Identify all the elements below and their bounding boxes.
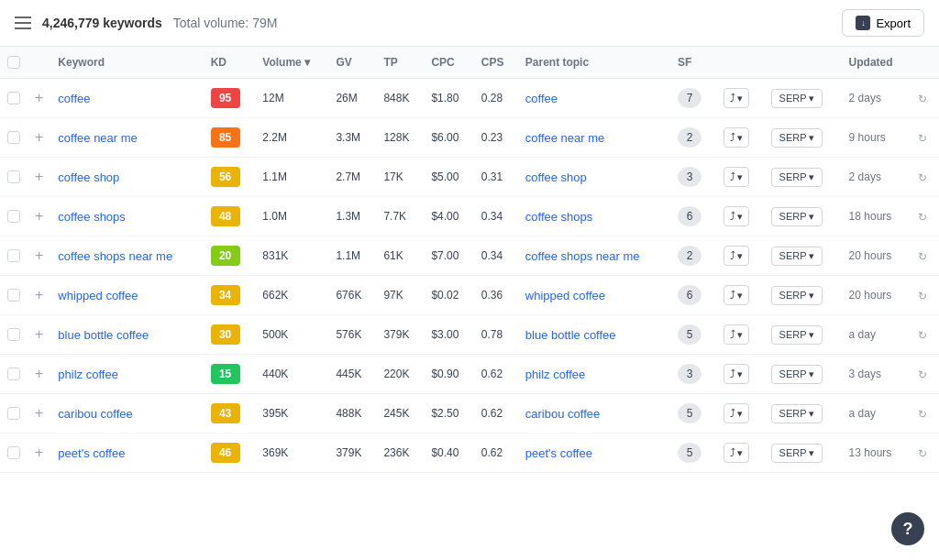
cpc-cell: $6.00 bbox=[424, 118, 473, 158]
updated-header[interactable]: Updated bbox=[842, 47, 911, 79]
trend-button[interactable]: ⤴ ▾ bbox=[724, 167, 749, 187]
table-row: + coffee 95 12M 26M 848K $1.80 0.28 coff… bbox=[0, 79, 939, 118]
trend-button[interactable]: ⤴ ▾ bbox=[724, 285, 749, 305]
serp-button[interactable]: SERP ▾ bbox=[771, 325, 823, 345]
refresh-icon[interactable]: ↻ bbox=[918, 132, 927, 145]
trend-dropdown-icon: ▾ bbox=[737, 408, 743, 420]
sf-header[interactable]: SF bbox=[670, 47, 716, 79]
row-checkbox[interactable] bbox=[0, 315, 28, 355]
add-keyword-btn[interactable]: + bbox=[28, 79, 50, 118]
row-checkbox[interactable] bbox=[0, 79, 28, 118]
refresh-icon[interactable]: ↻ bbox=[918, 447, 927, 460]
serp-button[interactable]: SERP ▾ bbox=[771, 207, 823, 226]
cpc-header[interactable]: CPC bbox=[424, 47, 473, 79]
refresh-icon[interactable]: ↻ bbox=[918, 93, 927, 105]
serp-button[interactable]: SERP ▾ bbox=[771, 168, 823, 187]
serp-button[interactable]: SERP ▾ bbox=[771, 286, 823, 305]
select-all-header[interactable] bbox=[0, 47, 28, 79]
parent-topic-link[interactable]: coffee shop bbox=[525, 170, 587, 184]
keyword-link[interactable]: caribou coffee bbox=[58, 407, 132, 421]
keyword-link[interactable]: coffee near me bbox=[58, 131, 137, 145]
row-checkbox[interactable] bbox=[0, 158, 28, 197]
refresh-icon[interactable]: ↻ bbox=[918, 171, 927, 184]
parent-topic-link[interactable]: philz coffee bbox=[525, 368, 586, 381]
row-checkbox[interactable] bbox=[0, 434, 28, 473]
serp-button[interactable]: SERP ▾ bbox=[771, 444, 823, 463]
add-keyword-btn[interactable]: + bbox=[28, 315, 50, 355]
volume-cell: 662K bbox=[255, 276, 328, 315]
sf-badge: 5 bbox=[678, 443, 701, 463]
volume-header[interactable]: Volume ▾ bbox=[255, 47, 328, 79]
add-keyword-btn[interactable]: + bbox=[28, 118, 50, 158]
keyword-link[interactable]: whipped coffee bbox=[58, 289, 138, 302]
add-keyword-btn[interactable]: + bbox=[28, 236, 50, 276]
parent-topic-link[interactable]: peet's coffee bbox=[525, 446, 592, 460]
refresh-icon[interactable]: ↻ bbox=[918, 250, 927, 263]
keyword-link[interactable]: coffee shops bbox=[58, 210, 125, 224]
row-checkbox[interactable] bbox=[0, 197, 28, 236]
trend-button[interactable]: ⤴ ▾ bbox=[724, 324, 749, 345]
serp-button[interactable]: SERP ▾ bbox=[771, 404, 823, 423]
row-checkbox[interactable] bbox=[0, 236, 28, 276]
serp-button[interactable]: SERP ▾ bbox=[771, 247, 823, 266]
trend-dropdown-icon: ▾ bbox=[737, 250, 743, 262]
tp-header[interactable]: TP bbox=[376, 47, 424, 79]
add-keyword-btn[interactable]: + bbox=[28, 434, 50, 473]
export-button[interactable]: ↓ Export bbox=[842, 9, 924, 37]
kd-header[interactable]: KD bbox=[204, 47, 256, 79]
row-checkbox[interactable] bbox=[0, 276, 28, 315]
add-keyword-btn[interactable]: + bbox=[28, 197, 50, 236]
trend-button[interactable]: ⤴ ▾ bbox=[724, 127, 749, 148]
refresh-icon[interactable]: ↻ bbox=[918, 408, 927, 421]
sf-cell: 2 bbox=[670, 236, 716, 276]
serp-label: SERP bbox=[779, 368, 807, 379]
trend-button[interactable]: ⤴ ▾ bbox=[724, 443, 749, 463]
parent-topic-link[interactable]: blue bottle coffee bbox=[525, 328, 616, 342]
parent-topic-link[interactable]: coffee shops near me bbox=[525, 249, 640, 263]
refresh-icon[interactable]: ↻ bbox=[918, 290, 927, 302]
refresh-icon[interactable]: ↻ bbox=[918, 211, 927, 224]
keyword-link[interactable]: coffee shop bbox=[58, 170, 119, 184]
row-checkbox[interactable] bbox=[0, 118, 28, 158]
keyword-header[interactable]: Keyword bbox=[50, 47, 203, 79]
trend-button[interactable]: ⤴ ▾ bbox=[724, 403, 749, 423]
hamburger-menu[interactable] bbox=[15, 16, 31, 29]
trend-button[interactable]: ⤴ ▾ bbox=[724, 246, 749, 266]
add-keyword-btn[interactable]: + bbox=[28, 276, 50, 315]
gv-cell: 3.3M bbox=[328, 118, 376, 158]
keyword-link[interactable]: philz coffee bbox=[58, 368, 118, 381]
cps-header[interactable]: CPS bbox=[474, 47, 518, 79]
serp-button[interactable]: SERP ▾ bbox=[771, 89, 823, 108]
trend-button[interactable]: ⤴ ▾ bbox=[724, 364, 749, 384]
parent-topic-link[interactable]: coffee bbox=[525, 92, 558, 105]
add-keyword-btn[interactable]: + bbox=[28, 355, 50, 394]
parent-topic-link[interactable]: coffee near me bbox=[525, 131, 604, 145]
row-checkbox[interactable] bbox=[0, 355, 28, 394]
serp-dropdown-icon: ▾ bbox=[809, 211, 814, 223]
serp-button[interactable]: SERP ▾ bbox=[771, 128, 823, 148]
keyword-link[interactable]: peet's coffee bbox=[58, 446, 125, 460]
trend-button[interactable]: ⤴ ▾ bbox=[724, 206, 749, 226]
trend-dropdown-icon: ▾ bbox=[737, 447, 743, 459]
keyword-link[interactable]: coffee shops near me bbox=[58, 249, 172, 263]
trend-button[interactable]: ⤴ ▾ bbox=[724, 88, 749, 108]
parent-topic-link[interactable]: coffee shops bbox=[525, 210, 592, 224]
add-keyword-btn[interactable]: + bbox=[28, 394, 50, 434]
serp-button[interactable]: SERP ▾ bbox=[771, 365, 823, 384]
sf-cell: 5 bbox=[670, 394, 716, 434]
refresh-icon[interactable]: ↻ bbox=[918, 368, 927, 381]
parent-topic-header[interactable]: Parent topic bbox=[518, 47, 670, 79]
add-keyword-btn[interactable]: + bbox=[28, 158, 50, 197]
parent-topic-link[interactable]: whipped coffee bbox=[525, 289, 605, 302]
keyword-link[interactable]: coffee bbox=[58, 92, 90, 105]
row-checkbox[interactable] bbox=[0, 394, 28, 434]
sf-cell: 3 bbox=[670, 355, 716, 394]
refresh-icon[interactable]: ↻ bbox=[918, 329, 927, 342]
tp-cell: 128K bbox=[376, 118, 424, 158]
parent-topic-link[interactable]: caribou coffee bbox=[525, 407, 600, 421]
gv-header[interactable]: GV bbox=[328, 47, 376, 79]
keyword-link[interactable]: blue bottle coffee bbox=[58, 328, 149, 342]
keyword-cell: coffee shops near me bbox=[50, 236, 203, 276]
kd-badge: 15 bbox=[211, 364, 240, 384]
serp-cell: SERP ▾ bbox=[764, 394, 842, 434]
